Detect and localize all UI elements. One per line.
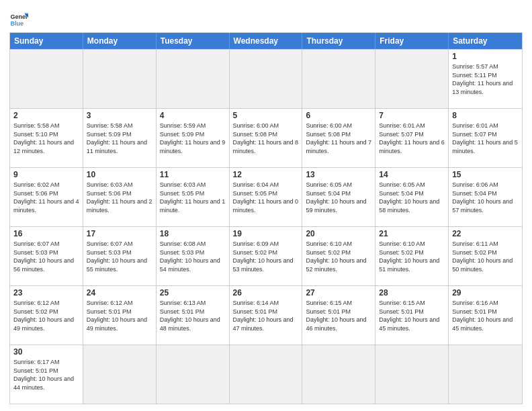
sun-info: Sunrise: 6:10 AM Sunset: 5:02 PM Dayligh… — [306, 240, 371, 273]
cal-cell-8: 8Sunrise: 6:01 AM Sunset: 5:07 PM Daylig… — [449, 109, 522, 167]
day-number: 13 — [306, 170, 371, 179]
sun-info: Sunrise: 6:07 AM Sunset: 5:03 PM Dayligh… — [87, 240, 152, 273]
cal-cell-empty — [83, 50, 157, 108]
cal-cell-1: 1Sunrise: 5:57 AM Sunset: 5:11 PM Daylig… — [449, 50, 522, 108]
logo: General Blue — [9, 9, 28, 28]
cal-cell-30: 30Sunrise: 6:17 AM Sunset: 5:01 PM Dayli… — [10, 345, 83, 404]
weekday-header-tuesday: Tuesday — [157, 33, 230, 49]
sun-info: Sunrise: 6:15 AM Sunset: 5:01 PM Dayligh… — [306, 299, 371, 332]
day-number: 16 — [13, 229, 79, 238]
day-number: 26 — [233, 288, 299, 298]
weekday-header-saturday: Saturday — [449, 33, 522, 49]
sun-info: Sunrise: 6:00 AM Sunset: 5:08 PM Dayligh… — [233, 122, 299, 155]
day-number: 7 — [379, 111, 445, 120]
day-number: 30 — [13, 347, 79, 357]
sun-info: Sunrise: 6:05 AM Sunset: 5:04 PM Dayligh… — [306, 181, 371, 214]
sun-info: Sunrise: 6:11 AM Sunset: 5:02 PM Dayligh… — [452, 240, 519, 273]
cal-cell-24: 24Sunrise: 6:12 AM Sunset: 5:01 PM Dayli… — [83, 286, 157, 345]
weekday-header-friday: Friday — [375, 33, 449, 49]
sun-info: Sunrise: 6:12 AM Sunset: 5:02 PM Dayligh… — [13, 299, 79, 332]
sun-info: Sunrise: 6:03 AM Sunset: 5:05 PM Dayligh… — [160, 181, 226, 214]
page: General Blue SundayMondayTuesdayWednesda… — [0, 0, 532, 411]
cal-cell-22: 22Sunrise: 6:11 AM Sunset: 5:02 PM Dayli… — [449, 227, 522, 285]
cal-cell-19: 19Sunrise: 6:09 AM Sunset: 5:02 PM Dayli… — [230, 227, 303, 285]
cal-cell-12: 12Sunrise: 6:04 AM Sunset: 5:05 PM Dayli… — [230, 168, 303, 226]
cal-cell-empty — [230, 345, 303, 404]
sun-info: Sunrise: 6:01 AM Sunset: 5:07 PM Dayligh… — [452, 122, 519, 155]
day-number: 15 — [452, 170, 519, 179]
sun-info: Sunrise: 6:07 AM Sunset: 5:03 PM Dayligh… — [13, 240, 79, 273]
day-number: 8 — [452, 111, 519, 120]
cal-cell-16: 16Sunrise: 6:07 AM Sunset: 5:03 PM Dayli… — [10, 227, 83, 285]
sun-info: Sunrise: 6:14 AM Sunset: 5:01 PM Dayligh… — [233, 299, 299, 332]
sun-info: Sunrise: 6:15 AM Sunset: 5:01 PM Dayligh… — [379, 299, 445, 332]
day-number: 19 — [233, 229, 299, 238]
sun-info: Sunrise: 5:58 AM Sunset: 5:10 PM Dayligh… — [13, 122, 79, 155]
cal-cell-empty — [375, 345, 449, 404]
day-number: 18 — [160, 229, 226, 238]
calendar-header: SundayMondayTuesdayWednesdayThursdayFrid… — [10, 33, 522, 49]
calendar-body: 1Sunrise: 5:57 AM Sunset: 5:11 PM Daylig… — [10, 49, 522, 404]
cal-cell-empty — [83, 345, 157, 404]
cal-cell-empty — [157, 345, 230, 404]
day-number: 11 — [160, 170, 226, 179]
cal-cell-empty — [157, 50, 230, 108]
svg-text:Blue: Blue — [10, 20, 24, 27]
header: General Blue — [9, 7, 523, 28]
cal-row-3: 16Sunrise: 6:07 AM Sunset: 5:03 PM Dayli… — [10, 226, 522, 285]
cal-cell-29: 29Sunrise: 6:16 AM Sunset: 5:01 PM Dayli… — [449, 286, 522, 345]
cal-cell-7: 7Sunrise: 6:01 AM Sunset: 5:07 PM Daylig… — [375, 109, 449, 167]
day-number: 14 — [379, 170, 445, 179]
logo-icon: General Blue — [9, 9, 28, 28]
cal-cell-21: 21Sunrise: 6:10 AM Sunset: 5:02 PM Dayli… — [375, 227, 449, 285]
day-number: 3 — [87, 111, 152, 120]
sun-info: Sunrise: 6:01 AM Sunset: 5:07 PM Dayligh… — [379, 122, 445, 155]
cal-cell-empty — [10, 50, 83, 108]
cal-cell-6: 6Sunrise: 6:00 AM Sunset: 5:08 PM Daylig… — [302, 109, 375, 167]
day-number: 12 — [233, 170, 299, 179]
day-number: 9 — [13, 170, 79, 179]
sun-info: Sunrise: 6:03 AM Sunset: 5:06 PM Dayligh… — [87, 181, 152, 214]
cal-row-1: 2Sunrise: 5:58 AM Sunset: 5:10 PM Daylig… — [10, 108, 522, 167]
sun-info: Sunrise: 6:00 AM Sunset: 5:08 PM Dayligh… — [306, 122, 371, 155]
day-number: 17 — [87, 229, 152, 238]
cal-cell-14: 14Sunrise: 6:05 AM Sunset: 5:04 PM Dayli… — [375, 168, 449, 226]
cal-cell-27: 27Sunrise: 6:15 AM Sunset: 5:01 PM Dayli… — [302, 286, 375, 345]
cal-cell-9: 9Sunrise: 6:02 AM Sunset: 5:06 PM Daylig… — [10, 168, 83, 226]
cal-cell-empty — [449, 345, 522, 404]
cal-cell-18: 18Sunrise: 6:08 AM Sunset: 5:03 PM Dayli… — [157, 227, 230, 285]
cal-cell-26: 26Sunrise: 6:14 AM Sunset: 5:01 PM Dayli… — [230, 286, 303, 345]
cal-cell-11: 11Sunrise: 6:03 AM Sunset: 5:05 PM Dayli… — [157, 168, 230, 226]
cal-row-0: 1Sunrise: 5:57 AM Sunset: 5:11 PM Daylig… — [10, 49, 522, 108]
day-number: 24 — [87, 288, 152, 298]
cal-cell-3: 3Sunrise: 5:58 AM Sunset: 5:09 PM Daylig… — [83, 109, 157, 167]
sun-info: Sunrise: 5:58 AM Sunset: 5:09 PM Dayligh… — [87, 122, 152, 155]
weekday-header-sunday: Sunday — [10, 33, 83, 49]
sun-info: Sunrise: 5:57 AM Sunset: 5:11 PM Dayligh… — [452, 62, 519, 96]
cal-cell-4: 4Sunrise: 5:59 AM Sunset: 5:09 PM Daylig… — [157, 109, 230, 167]
sun-info: Sunrise: 6:12 AM Sunset: 5:01 PM Dayligh… — [87, 299, 152, 332]
cal-cell-28: 28Sunrise: 6:15 AM Sunset: 5:01 PM Dayli… — [375, 286, 449, 345]
sun-info: Sunrise: 6:13 AM Sunset: 5:01 PM Dayligh… — [160, 299, 226, 332]
cal-cell-20: 20Sunrise: 6:10 AM Sunset: 5:02 PM Dayli… — [302, 227, 375, 285]
weekday-header-monday: Monday — [83, 33, 157, 49]
sun-info: Sunrise: 6:10 AM Sunset: 5:02 PM Dayligh… — [379, 240, 445, 273]
day-number: 2 — [13, 111, 79, 120]
cal-row-2: 9Sunrise: 6:02 AM Sunset: 5:06 PM Daylig… — [10, 167, 522, 226]
day-number: 23 — [13, 288, 79, 298]
sun-info: Sunrise: 6:08 AM Sunset: 5:03 PM Dayligh… — [160, 240, 226, 273]
cal-cell-15: 15Sunrise: 6:06 AM Sunset: 5:04 PM Dayli… — [449, 168, 522, 226]
cal-cell-2: 2Sunrise: 5:58 AM Sunset: 5:10 PM Daylig… — [10, 109, 83, 167]
sun-info: Sunrise: 6:16 AM Sunset: 5:01 PM Dayligh… — [452, 299, 519, 332]
day-number: 27 — [306, 288, 371, 298]
cal-row-4: 23Sunrise: 6:12 AM Sunset: 5:02 PM Dayli… — [10, 285, 522, 345]
sun-info: Sunrise: 6:05 AM Sunset: 5:04 PM Dayligh… — [379, 181, 445, 214]
cal-row-5: 30Sunrise: 6:17 AM Sunset: 5:01 PM Dayli… — [10, 345, 522, 404]
day-number: 5 — [233, 111, 299, 120]
sun-info: Sunrise: 5:59 AM Sunset: 5:09 PM Dayligh… — [160, 122, 226, 155]
day-number: 10 — [87, 170, 152, 179]
sun-info: Sunrise: 6:04 AM Sunset: 5:05 PM Dayligh… — [233, 181, 299, 214]
cal-cell-empty — [302, 345, 375, 404]
cal-cell-10: 10Sunrise: 6:03 AM Sunset: 5:06 PM Dayli… — [83, 168, 157, 226]
day-number: 6 — [306, 111, 371, 120]
